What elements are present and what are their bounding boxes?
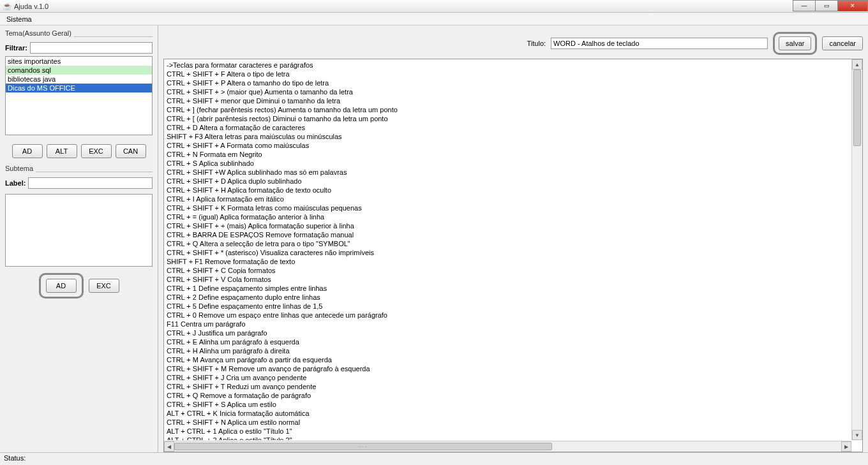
window-title: Ajuda v.1.0: [14, 3, 49, 10]
tema-list[interactable]: sites importantescomandos sqlbibliotecas…: [5, 56, 153, 135]
vertical-scrollbar[interactable]: ▲ ▼: [851, 59, 862, 440]
titulo-label: Titulo:: [527, 40, 546, 47]
cancelar-button[interactable]: cancelar: [822, 36, 863, 50]
salvar-highlight: salvar: [773, 32, 817, 55]
tema-legend: Tema(Assunto Geral): [5, 29, 153, 40]
tema-ad-button[interactable]: AD: [12, 144, 43, 158]
tema-list-item[interactable]: Dicas do MS OFFICE: [6, 84, 152, 92]
subtema-ad-highlight: AD: [39, 273, 84, 299]
filtrar-input[interactable]: [30, 42, 153, 54]
titulo-input[interactable]: [551, 38, 768, 49]
subtema-ad-button[interactable]: AD: [46, 279, 77, 293]
subtema-label-label: Label:: [5, 179, 26, 187]
vscroll-thumb[interactable]: [853, 70, 861, 146]
content-textarea[interactable]: ->Teclas para formatar caracteres e pará…: [163, 59, 863, 452]
horizontal-scrollbar[interactable]: ◀ ∙∙∙ ▶: [164, 441, 851, 452]
minimize-button[interactable]: —: [793, 0, 816, 11]
subtema-label-input[interactable]: [28, 177, 153, 189]
content-text: ->Teclas para formatar caracteres e pará…: [165, 59, 851, 440]
subtema-exc-button[interactable]: EXC: [89, 279, 119, 293]
tema-exc-button[interactable]: EXC: [81, 144, 112, 158]
tema-list-item[interactable]: comandos sql: [6, 66, 152, 75]
subtema-legend: Subtema: [5, 165, 153, 175]
subtema-list[interactable]: [5, 194, 153, 267]
left-panel: Tema(Assunto Geral) Filtrar: sites impor…: [0, 26, 158, 452]
tema-list-item[interactable]: sites importantes: [6, 57, 152, 66]
filtrar-label: Filtrar:: [5, 44, 27, 52]
salvar-button[interactable]: salvar: [779, 36, 811, 50]
status-label: Status:: [4, 454, 26, 462]
menubar: Sistema: [0, 13, 868, 26]
status-bar: Status:: [0, 453, 868, 464]
tema-alt-button[interactable]: ALT: [47, 144, 77, 158]
close-button[interactable]: ✕: [837, 0, 868, 11]
titlebar: ☕ Ajuda v.1.0 — ▭ ✕: [0, 0, 868, 13]
tema-can-button[interactable]: CAN: [116, 144, 146, 158]
maximize-button[interactable]: ▭: [815, 0, 838, 11]
right-panel: Titulo: salvar cancelar ->Teclas para fo…: [158, 26, 868, 452]
menu-sistema[interactable]: Sistema: [4, 14, 34, 24]
scroll-up-icon[interactable]: ▲: [852, 59, 862, 70]
scroll-right-icon[interactable]: ▶: [841, 441, 851, 452]
hscroll-thumb[interactable]: ∙∙∙: [174, 443, 552, 450]
scroll-down-icon[interactable]: ▼: [852, 430, 862, 440]
scroll-left-icon[interactable]: ◀: [164, 441, 174, 452]
tema-list-item[interactable]: bibliotecas java: [6, 75, 152, 84]
java-icon: ☕: [3, 2, 11, 11]
window-buttons: — ▭ ✕: [793, 0, 868, 11]
